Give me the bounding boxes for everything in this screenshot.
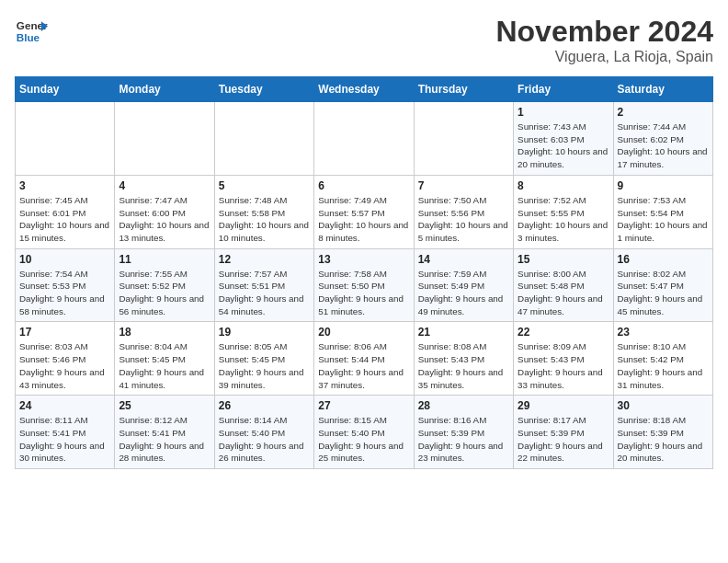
calendar-cell: 16Sunrise: 8:02 AM Sunset: 5:47 PM Dayli…: [613, 248, 712, 322]
weekday-header-tuesday: Tuesday: [214, 77, 313, 102]
page-header: General Blue November 2024 Viguera, La R…: [15, 15, 713, 65]
day-info: Sunrise: 8:14 AM Sunset: 5:40 PM Dayligh…: [219, 414, 310, 465]
calendar-cell: 14Sunrise: 7:59 AM Sunset: 5:49 PM Dayli…: [414, 248, 513, 322]
day-number: 15: [518, 253, 609, 266]
day-info: Sunrise: 7:57 AM Sunset: 5:51 PM Dayligh…: [219, 268, 310, 318]
day-number: 1: [518, 106, 609, 119]
day-info: Sunrise: 7:53 AM Sunset: 5:54 PM Dayligh…: [618, 194, 709, 245]
day-number: 16: [618, 253, 709, 266]
day-number: 12: [219, 253, 310, 266]
day-info: Sunrise: 7:52 AM Sunset: 5:55 PM Dayligh…: [518, 194, 609, 245]
day-info: Sunrise: 8:18 AM Sunset: 5:39 PM Dayligh…: [618, 414, 709, 465]
weekday-header-thursday: Thursday: [414, 77, 513, 102]
day-info: Sunrise: 8:00 AM Sunset: 5:48 PM Dayligh…: [518, 268, 609, 318]
day-number: 29: [518, 399, 609, 412]
weekday-header-monday: Monday: [115, 77, 214, 102]
weekday-header-sunday: Sunday: [16, 77, 115, 102]
calendar-cell: [16, 102, 115, 176]
day-info: Sunrise: 7:59 AM Sunset: 5:49 PM Dayligh…: [418, 268, 509, 318]
weekday-header-wednesday: Wednesday: [314, 77, 414, 102]
calendar-cell: 25Sunrise: 8:12 AM Sunset: 5:41 PM Dayli…: [115, 396, 214, 469]
calendar-cell: 4Sunrise: 7:47 AM Sunset: 6:00 PM Daylig…: [115, 175, 214, 248]
calendar-week-4: 17Sunrise: 8:03 AM Sunset: 5:46 PM Dayli…: [16, 322, 713, 396]
calendar-cell: [214, 102, 313, 176]
calendar-cell: 18Sunrise: 8:04 AM Sunset: 5:45 PM Dayli…: [115, 322, 214, 396]
calendar-week-5: 24Sunrise: 8:11 AM Sunset: 5:41 PM Dayli…: [16, 396, 713, 469]
day-number: 14: [418, 253, 509, 266]
day-info: Sunrise: 7:47 AM Sunset: 6:00 PM Dayligh…: [119, 194, 210, 245]
calendar-cell: 30Sunrise: 8:18 AM Sunset: 5:39 PM Dayli…: [613, 396, 712, 469]
calendar-cell: [414, 102, 513, 176]
calendar-cell: 15Sunrise: 8:00 AM Sunset: 5:48 PM Dayli…: [514, 248, 613, 322]
calendar-cell: 5Sunrise: 7:48 AM Sunset: 5:58 PM Daylig…: [214, 175, 313, 248]
day-number: 8: [518, 179, 609, 192]
day-info: Sunrise: 8:10 AM Sunset: 5:42 PM Dayligh…: [618, 340, 709, 391]
calendar-table: SundayMondayTuesdayWednesdayThursdayFrid…: [15, 76, 713, 469]
calendar-cell: 17Sunrise: 8:03 AM Sunset: 5:46 PM Dayli…: [16, 322, 115, 396]
day-info: Sunrise: 8:02 AM Sunset: 5:47 PM Dayligh…: [618, 268, 709, 318]
day-info: Sunrise: 8:06 AM Sunset: 5:44 PM Dayligh…: [318, 340, 409, 391]
day-info: Sunrise: 8:11 AM Sunset: 5:41 PM Dayligh…: [19, 414, 110, 465]
calendar-cell: 1Sunrise: 7:43 AM Sunset: 6:03 PM Daylig…: [514, 102, 613, 176]
day-info: Sunrise: 7:54 AM Sunset: 5:53 PM Dayligh…: [19, 268, 110, 318]
day-number: 10: [19, 253, 110, 266]
day-number: 9: [618, 179, 709, 192]
calendar-week-1: 1Sunrise: 7:43 AM Sunset: 6:03 PM Daylig…: [16, 102, 713, 176]
calendar-cell: 29Sunrise: 8:17 AM Sunset: 5:39 PM Dayli…: [514, 396, 613, 469]
calendar-cell: 6Sunrise: 7:49 AM Sunset: 5:57 PM Daylig…: [314, 175, 414, 248]
location: Viguera, La Rioja, Spain: [495, 49, 713, 65]
day-info: Sunrise: 7:44 AM Sunset: 6:02 PM Dayligh…: [618, 121, 709, 171]
day-number: 11: [119, 253, 210, 266]
calendar-cell: 19Sunrise: 8:05 AM Sunset: 5:45 PM Dayli…: [214, 322, 313, 396]
day-number: 2: [618, 106, 709, 119]
calendar-cell: 10Sunrise: 7:54 AM Sunset: 5:53 PM Dayli…: [16, 248, 115, 322]
weekday-header-saturday: Saturday: [613, 77, 712, 102]
day-info: Sunrise: 8:16 AM Sunset: 5:39 PM Dayligh…: [418, 414, 509, 465]
day-info: Sunrise: 7:55 AM Sunset: 5:52 PM Dayligh…: [119, 268, 210, 318]
calendar-cell: 24Sunrise: 8:11 AM Sunset: 5:41 PM Dayli…: [16, 396, 115, 469]
day-number: 27: [318, 399, 409, 412]
day-info: Sunrise: 8:12 AM Sunset: 5:41 PM Dayligh…: [119, 414, 210, 465]
day-number: 23: [618, 326, 709, 339]
day-number: 30: [618, 399, 709, 412]
svg-text:Blue: Blue: [17, 31, 40, 43]
logo: General Blue: [15, 15, 48, 48]
calendar-cell: 23Sunrise: 8:10 AM Sunset: 5:42 PM Dayli…: [613, 322, 712, 396]
day-info: Sunrise: 7:58 AM Sunset: 5:50 PM Dayligh…: [318, 268, 409, 318]
day-number: 25: [119, 399, 210, 412]
calendar-cell: 9Sunrise: 7:53 AM Sunset: 5:54 PM Daylig…: [613, 175, 712, 248]
day-number: 26: [219, 399, 310, 412]
calendar-cell: 21Sunrise: 8:08 AM Sunset: 5:43 PM Dayli…: [414, 322, 513, 396]
day-info: Sunrise: 7:45 AM Sunset: 6:01 PM Dayligh…: [19, 194, 110, 245]
day-number: 22: [518, 326, 609, 339]
day-info: Sunrise: 7:43 AM Sunset: 6:03 PM Dayligh…: [518, 121, 609, 171]
calendar-cell: 13Sunrise: 7:58 AM Sunset: 5:50 PM Dayli…: [314, 248, 414, 322]
calendar-cell: 12Sunrise: 7:57 AM Sunset: 5:51 PM Dayli…: [214, 248, 313, 322]
calendar-cell: [115, 102, 214, 176]
calendar-cell: 27Sunrise: 8:15 AM Sunset: 5:40 PM Dayli…: [314, 396, 414, 469]
calendar-cell: [314, 102, 414, 176]
day-number: 6: [318, 179, 409, 192]
day-number: 28: [418, 399, 509, 412]
day-number: 5: [219, 179, 310, 192]
day-number: 19: [219, 326, 310, 339]
calendar-cell: 20Sunrise: 8:06 AM Sunset: 5:44 PM Dayli…: [314, 322, 414, 396]
day-info: Sunrise: 8:05 AM Sunset: 5:45 PM Dayligh…: [219, 340, 310, 391]
day-number: 17: [19, 326, 110, 339]
day-number: 20: [318, 326, 409, 339]
calendar-cell: 8Sunrise: 7:52 AM Sunset: 5:55 PM Daylig…: [514, 175, 613, 248]
day-info: Sunrise: 7:49 AM Sunset: 5:57 PM Dayligh…: [318, 194, 409, 245]
calendar-cell: 26Sunrise: 8:14 AM Sunset: 5:40 PM Dayli…: [214, 396, 313, 469]
day-number: 18: [119, 326, 210, 339]
calendar-cell: 3Sunrise: 7:45 AM Sunset: 6:01 PM Daylig…: [16, 175, 115, 248]
day-info: Sunrise: 8:04 AM Sunset: 5:45 PM Dayligh…: [119, 340, 210, 391]
calendar-week-2: 3Sunrise: 7:45 AM Sunset: 6:01 PM Daylig…: [16, 175, 713, 248]
day-number: 3: [19, 179, 110, 192]
day-number: 21: [418, 326, 509, 339]
calendar-cell: 2Sunrise: 7:44 AM Sunset: 6:02 PM Daylig…: [613, 102, 712, 176]
day-info: Sunrise: 8:17 AM Sunset: 5:39 PM Dayligh…: [518, 414, 609, 465]
weekday-header-friday: Friday: [514, 77, 613, 102]
title-block: November 2024 Viguera, La Rioja, Spain: [495, 15, 713, 65]
calendar-cell: 28Sunrise: 8:16 AM Sunset: 5:39 PM Dayli…: [414, 396, 513, 469]
weekday-header-row: SundayMondayTuesdayWednesdayThursdayFrid…: [16, 77, 713, 102]
